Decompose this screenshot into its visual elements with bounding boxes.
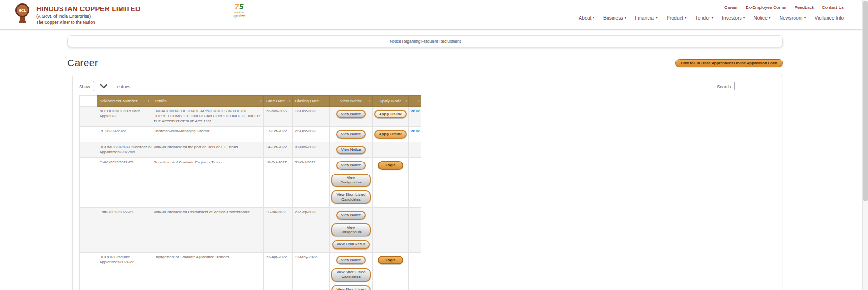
chevron-down-icon: ▾ [656,16,658,20]
view-final-result-button[interactable]: View Final Result [332,240,370,249]
closing-date: 01-Nov-2022 [293,142,330,157]
col-header-advisement-number[interactable]: Advisement Number↕ [97,96,151,107]
sort-icon: ↕ [326,99,328,103]
view-notice-cell: View Notice [330,142,373,157]
login-button[interactable]: Login [378,256,404,264]
nav-label: About [579,15,591,20]
entries-label: entries [117,84,131,89]
col-header-closing-date[interactable]: Closing Date↕ [293,96,330,107]
column-label: Start Date [266,99,285,103]
page-title: Career [67,57,98,68]
apply-offline-button[interactable]: Apply Offline [374,130,407,138]
col-header-extra[interactable]: ↕ [409,96,421,107]
column-label: View Notice [340,99,362,103]
start-date: 10-Oct-2022 [264,158,293,208]
closing-date: 31-Oct-2022 [293,158,330,208]
view-notice-button[interactable]: View Notice [336,211,365,219]
start-date: 11-Jul-2022 [264,208,293,253]
scrollbar[interactable] [862,0,868,290]
chevron-down-icon: ▾ [769,16,771,20]
row-control-cell [80,208,97,253]
chevron-down-icon: ▾ [625,16,627,20]
col-header-apply-mode[interactable]: Apply Mode↕ [373,96,409,107]
start-date: 14-Oct-2022 [264,142,293,157]
table-row: Estt/1/2012/2022-23Walk-in Interview for… [80,208,421,253]
view-short-listed-candidates-button[interactable]: View Short Listed Candidates [331,190,371,204]
new-badge: NEW [411,109,420,113]
nav-financial[interactable]: Financial▾ [635,15,658,20]
closing-date: 22-Dec-2022 [293,127,330,142]
sort-icon: ↕ [147,99,149,103]
hcl-logo-body [20,17,25,20]
how-to-fill-application-button[interactable]: How to Fill Trade Apprentices Online App… [675,59,783,67]
table-row: HCL/HR/Graduate Apprentices/2021-22Engag… [80,252,421,290]
view-notice-button[interactable]: View Notice [336,146,365,154]
table-row: NO: HCL/KCC/HR/Trade Appt/2022ENGAGEMENT… [80,107,421,127]
show-entries-control: Show entries [79,81,130,91]
entries-select[interactable] [93,81,114,91]
nav-about[interactable]: About▾ [579,15,594,20]
details-text: ENGAGEMENT OF TRADE APPRENTICES IN KHETR… [151,107,264,127]
view-corrigendum-button[interactable]: View Corrigendum [331,174,371,187]
sort-icon: ↕ [369,99,371,103]
row-control-cell [80,107,97,127]
new-cell [409,208,421,253]
chevron-down-icon: ▾ [804,16,806,20]
header-right: CareerEx-Employee CornerFeedbackContact … [579,3,844,20]
link-ex-employee-corner[interactable]: Ex-Employee Corner [746,5,787,10]
view-short-listed-candidates-button[interactable]: View Short Listed Candidates [331,268,371,282]
search-input[interactable] [734,82,775,90]
col-header-details[interactable]: Details↕ [151,96,264,107]
search-control: Search: [717,82,775,90]
company-tagline: The Copper Miner to the Nation [36,20,140,25]
brand-text: HINDUSTAN COPPER LIMITED (A Govt. of Ind… [36,3,140,25]
view-notice-cell: View NoticeView CorrigendumView Short Li… [330,158,373,208]
nav-vigilance-info[interactable]: Vigilance Info [815,15,844,20]
nav-product[interactable]: Product▾ [667,15,687,20]
apply-mode-cell [373,208,409,253]
details-text: Walk-in Interview for the post of Clerk … [151,142,264,157]
nav-label: Tender [695,15,710,20]
advertisement-number: HCL/HR/Graduate Apprentices/2021-22 [97,252,151,290]
view-notice-button[interactable]: View Notice [336,130,365,138]
company-subtitle: (A Govt. of India Enterprise) [36,13,140,19]
nav-tender[interactable]: Tender▾ [695,15,713,20]
view-notice-button[interactable]: View Notice [336,256,365,264]
nav-investors[interactable]: Investors▾ [722,15,745,20]
login-button[interactable]: Login [378,161,404,169]
new-cell: NEW [409,107,421,127]
sort-icon: ↕ [289,99,291,103]
azadi-text: आज़ादी का अमृत महोत्सव [224,11,254,18]
link-feedback[interactable]: Feedback [795,5,814,10]
row-control-cell [80,127,97,142]
hcl-logo[interactable]: HCL [13,3,32,25]
link-career[interactable]: Career [724,5,738,10]
view-notice-cell: View Notice [330,107,373,127]
advertisement-number: Estt/1/2013/2022-23 [97,158,151,208]
col-header-view-notice[interactable]: View Notice↕ [330,96,373,107]
link-contact-us[interactable]: Contact Us [822,5,844,10]
career-heading-row: Career How to Fill Trade Apprentices Onl… [67,57,783,68]
nav-newsroom[interactable]: Newsroom▾ [779,15,806,20]
details-text: Engagement of Graduate Apprentice Traine… [151,252,264,290]
view-notice-cell: View NoticeView Short Listed CandidatesV… [330,252,373,290]
view-notice-button[interactable]: View Notice [336,110,365,118]
nav-label: Investors [722,15,742,20]
view-notice-button[interactable]: View Notice [336,161,365,169]
scrollbar-thumb[interactable] [863,1,868,201]
view-corrigendum-button[interactable]: View Corrigendum [331,223,371,237]
nav-business[interactable]: Business▾ [603,15,626,20]
start-date: 17-Oct-2022 [264,127,293,142]
col-header-start-date[interactable]: Start Date↕ [264,96,293,107]
nav-label: Notice [754,15,768,20]
nav-notice[interactable]: Notice▾ [754,15,770,20]
notice-text[interactable]: Notice Regarding Fradulent Recruitment [390,39,461,44]
view-short-listed-candidates-button[interactable]: View Short Listed Candidates [331,285,371,290]
nav-label: Financial [635,15,654,20]
apply-online-button[interactable]: Apply Online [374,110,407,118]
chevron-down-icon: ▾ [743,16,745,20]
advertisement-number: HCL/MCP/HR/R&P/Contractual Appointment/2… [97,142,151,157]
advertisement-number: PESB-114/2022 [97,127,151,142]
table-row: HCL/MCP/HR/R&P/Contractual Appointment/2… [80,142,421,157]
view-notice-cell: View Notice [330,127,373,142]
